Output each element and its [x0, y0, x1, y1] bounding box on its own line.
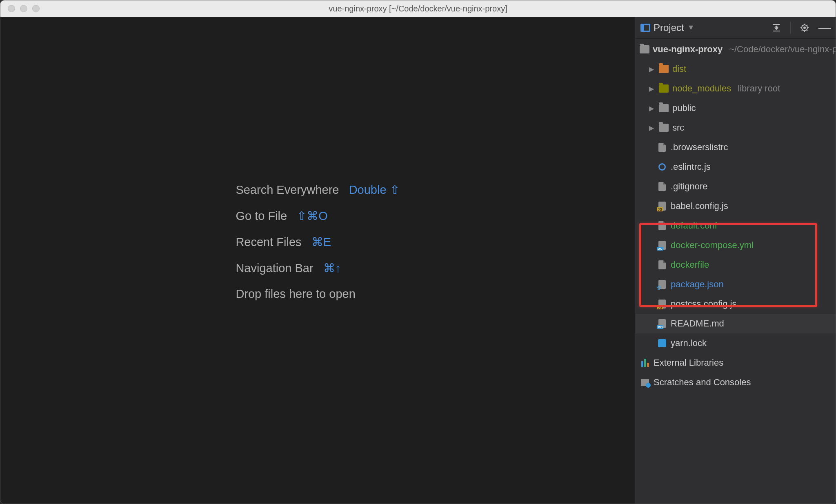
folder-icon — [659, 84, 669, 93]
js-file-icon — [658, 202, 666, 211]
tree-file-gitignore[interactable]: .gitignore — [636, 177, 836, 196]
tree-file-docker-compose[interactable]: docker-compose.yml — [636, 235, 836, 255]
file-icon — [658, 143, 666, 152]
recent-files-label: Recent Files — [236, 235, 301, 249]
js-file-icon — [658, 300, 666, 309]
svg-point-1 — [803, 27, 806, 29]
tree-file-readme[interactable]: README.md — [636, 314, 836, 333]
project-icon — [640, 24, 650, 32]
project-tool-window: Project ▼ — vue-nginx-proxy — [635, 17, 836, 504]
zoom-window-button[interactable] — [32, 5, 40, 12]
window-titlebar: vue-nginx-proxy [~/Code/docker/vue-nginx… — [0, 0, 836, 17]
tree-file-postcss-config[interactable]: postcss.config.js — [636, 294, 836, 314]
eslint-icon — [658, 163, 666, 171]
chevron-down-icon: ▼ — [687, 23, 695, 32]
go-to-file-label: Go to File — [236, 209, 287, 222]
tree-folder-dist[interactable]: ▶ dist — [636, 59, 836, 79]
editor-empty-area[interactable]: Search Everywhere Double ⇧ Go to File ⇧⌘… — [0, 17, 635, 504]
tree-folder-src[interactable]: ▶ src — [636, 118, 836, 138]
divider — [790, 22, 791, 34]
tree-file-yarn-lock[interactable]: yarn.lock — [636, 333, 836, 353]
navigation-bar-label: Navigation Bar — [236, 262, 313, 275]
tree-file-package-json[interactable]: package.json — [636, 275, 836, 294]
close-window-button[interactable] — [8, 5, 15, 12]
tree-scratches-consoles[interactable]: Scratches and Consoles — [636, 373, 836, 392]
tree-file-eslintrc[interactable]: .eslintrc.js — [636, 157, 836, 177]
folder-icon — [659, 65, 669, 73]
minimize-window-button[interactable] — [20, 5, 27, 12]
tree-external-libraries[interactable]: External Libraries — [636, 353, 836, 373]
tree-folder-node-modules[interactable]: ▶ node_modules library root — [636, 79, 836, 98]
folder-icon — [659, 104, 669, 112]
tree-folder-public[interactable]: ▶ public — [636, 98, 836, 118]
drop-files-hint: Drop files here to open — [236, 287, 355, 300]
settings-button[interactable] — [800, 23, 809, 33]
markdown-file-icon — [658, 319, 666, 328]
navigation-bar-shortcut: ⌘↑ — [323, 262, 341, 275]
collapse-all-button[interactable] — [772, 23, 781, 33]
tree-file-default-conf[interactable]: default.conf — [636, 216, 836, 235]
expand-arrow-icon[interactable]: ▶ — [648, 85, 655, 93]
expand-arrow-icon[interactable]: ▶ — [648, 124, 655, 132]
hide-panel-button[interactable]: — — [818, 21, 831, 35]
json-file-icon — [658, 280, 666, 289]
tree-file-dockerfile[interactable]: dockerfile — [636, 255, 836, 275]
docker-compose-icon — [658, 241, 666, 250]
yarn-icon — [658, 339, 666, 347]
recent-files-shortcut: ⌘E — [311, 235, 331, 249]
project-view-button[interactable]: Project ▼ — [640, 22, 695, 33]
folder-icon — [640, 45, 649, 53]
file-icon — [658, 182, 666, 191]
file-icon — [658, 221, 666, 230]
search-everywhere-label: Search Everywhere — [236, 183, 339, 196]
window-title: vue-nginx-proxy [~/Code/docker/vue-nginx… — [0, 4, 836, 13]
libraries-icon — [641, 359, 649, 367]
search-everywhere-shortcut: Double ⇧ — [349, 183, 400, 196]
tree-file-babel-config[interactable]: babel.config.js — [636, 196, 836, 216]
file-icon — [658, 260, 666, 269]
tree-root[interactable]: vue-nginx-proxy ~/Code/docker/vue-nginx-… — [636, 40, 836, 59]
expand-arrow-icon[interactable]: ▶ — [648, 104, 655, 112]
expand-arrow-icon[interactable]: ▶ — [648, 65, 655, 73]
folder-icon — [659, 124, 669, 132]
tree-file-browserslistrc[interactable]: .browserslistrc — [636, 138, 836, 157]
go-to-file-shortcut: ⇧⌘O — [297, 209, 328, 222]
scratches-icon — [641, 379, 649, 386]
